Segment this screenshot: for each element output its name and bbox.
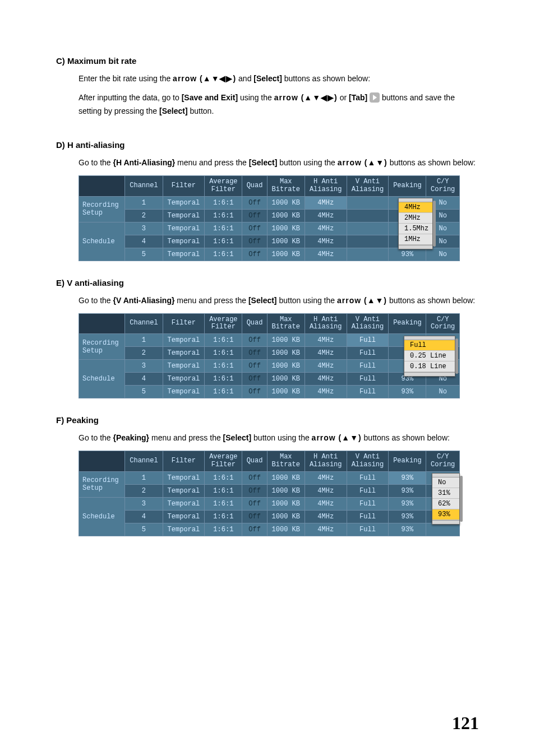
table-cell[interactable]: 5 <box>125 523 163 536</box>
scrollbar[interactable] <box>455 338 458 374</box>
table-cell[interactable]: 2 <box>125 347 163 360</box>
table-cell[interactable]: 4MHz <box>305 471 347 484</box>
table-cell[interactable]: No <box>426 386 460 398</box>
table-cell[interactable]: 3 <box>125 497 163 510</box>
table-cell[interactable]: 1:6:1 <box>205 360 242 373</box>
table-cell[interactable]: Temporal <box>163 523 205 536</box>
table-cell[interactable]: 4MHz <box>305 484 347 497</box>
table-cell[interactable]: Temporal <box>163 347 205 360</box>
sidebar-item-schedule[interactable]: Schedule <box>79 222 125 261</box>
table-cell[interactable]: Off <box>242 248 267 261</box>
scrollbar[interactable] <box>433 201 436 247</box>
table-cell[interactable]: 4 <box>125 235 163 248</box>
table-cell[interactable]: Off <box>242 510 267 523</box>
scrollbar[interactable] <box>460 476 463 522</box>
sidebar-item-recording-setup[interactable]: RecordingSetup <box>79 471 125 497</box>
table-cell[interactable]: 93% <box>389 386 426 398</box>
table-cell[interactable]: Temporal <box>163 209 205 222</box>
table-cell[interactable]: Temporal <box>163 334 205 347</box>
table-cell[interactable]: Full <box>347 484 389 497</box>
table-cell[interactable]: Full <box>347 471 389 484</box>
table-cell[interactable]: Temporal <box>163 497 205 510</box>
dropdown-option[interactable]: 1MHz <box>399 234 432 245</box>
table-cell[interactable] <box>426 523 460 536</box>
table-cell[interactable]: 1000 KB <box>267 334 305 347</box>
table-cell[interactable] <box>347 209 389 222</box>
table-cell[interactable]: 4MHz <box>305 523 347 536</box>
sidebar-item-schedule[interactable]: Schedule <box>79 360 125 398</box>
table-cell[interactable]: 4MHz <box>305 347 347 360</box>
table-cell[interactable]: Temporal <box>163 471 205 484</box>
table-cell[interactable] <box>347 222 389 235</box>
table-cell[interactable]: Off <box>242 360 267 373</box>
dropdown-option[interactable]: Full <box>404 340 455 351</box>
table-cell[interactable]: Full <box>347 347 389 360</box>
sidebar-item-recording-setup[interactable]: RecordingSetup <box>79 334 125 360</box>
table-cell[interactable]: 3 <box>125 222 163 235</box>
table-cell[interactable]: 1000 KB <box>267 222 305 235</box>
table-cell[interactable]: Full <box>347 510 389 523</box>
table-cell[interactable]: Off <box>242 523 267 536</box>
table-cell[interactable]: 1000 KB <box>267 471 305 484</box>
table-cell[interactable]: 4MHz <box>305 222 347 235</box>
table-cell[interactable]: 1 <box>125 471 163 484</box>
table-cell[interactable]: 1000 KB <box>267 523 305 536</box>
table-cell[interactable]: 1000 KB <box>267 360 305 373</box>
table-cell[interactable]: Full <box>347 360 389 373</box>
table-cell[interactable]: 93% <box>389 484 426 497</box>
table-cell[interactable]: 1000 KB <box>267 484 305 497</box>
table-cell[interactable]: Full <box>347 523 389 536</box>
table-cell[interactable]: 1 <box>125 196 163 209</box>
table-cell[interactable]: Off <box>242 484 267 497</box>
sidebar-item-recording-setup[interactable]: RecordingSetup <box>79 196 125 222</box>
table-cell[interactable]: 1000 KB <box>267 497 305 510</box>
table-cell[interactable]: 1000 KB <box>267 248 305 261</box>
table-cell[interactable]: Full <box>347 386 389 398</box>
table-cell[interactable]: 1000 KB <box>267 386 305 398</box>
table-cell[interactable]: Temporal <box>163 248 205 261</box>
table-cell[interactable]: 2 <box>125 209 163 222</box>
table-cell[interactable]: 1000 KB <box>267 373 305 386</box>
table-cell[interactable]: No <box>426 248 460 261</box>
table-cell[interactable]: 1:6:1 <box>205 386 242 398</box>
table-cell[interactable] <box>347 235 389 248</box>
table-cell[interactable]: 4MHz <box>305 510 347 523</box>
table-cell[interactable]: Temporal <box>163 484 205 497</box>
table-cell[interactable]: Temporal <box>163 235 205 248</box>
table-cell[interactable]: Full <box>347 497 389 510</box>
table-cell[interactable]: 1:6:1 <box>205 510 242 523</box>
table-cell[interactable]: 4 <box>125 510 163 523</box>
dropdown-menu[interactable]: Full0.25 Line0.18 Line <box>404 336 455 377</box>
table-cell[interactable]: Off <box>242 196 267 209</box>
table-cell[interactable]: Temporal <box>163 360 205 373</box>
table-cell[interactable]: 1:6:1 <box>205 248 242 261</box>
table-cell[interactable]: Full <box>347 334 389 347</box>
dropdown-option[interactable]: No <box>432 477 459 488</box>
table-cell[interactable]: Off <box>242 222 267 235</box>
table-cell[interactable]: 1:6:1 <box>205 523 242 536</box>
table-cell[interactable]: 1:6:1 <box>205 347 242 360</box>
table-cell[interactable]: Temporal <box>163 386 205 398</box>
table-cell[interactable]: Temporal <box>163 373 205 386</box>
table-cell[interactable]: 1:6:1 <box>205 497 242 510</box>
table-cell[interactable]: Off <box>242 334 267 347</box>
table-cell[interactable]: 4MHz <box>305 248 347 261</box>
dropdown-menu[interactable]: 4MHz2MHz1.5Mhz1MHz <box>398 198 433 249</box>
dropdown-option[interactable]: 1.5Mhz <box>399 224 432 234</box>
table-cell[interactable]: 93% <box>389 523 426 536</box>
dropdown-option[interactable]: 4MHz <box>399 202 432 213</box>
table-cell[interactable]: 4MHz <box>305 360 347 373</box>
dropdown-option[interactable]: 0.25 Line <box>404 351 455 361</box>
table-cell[interactable]: 4MHz <box>305 209 347 222</box>
sidebar-item-schedule[interactable]: Schedule <box>79 497 125 536</box>
table-cell[interactable]: 1:6:1 <box>205 471 242 484</box>
table-cell[interactable]: 1000 KB <box>267 510 305 523</box>
dropdown-option[interactable]: 31% <box>432 488 459 499</box>
table-cell[interactable]: 4 <box>125 373 163 386</box>
table-cell[interactable]: 93% <box>389 510 426 523</box>
table-cell[interactable]: 3 <box>125 360 163 373</box>
table-cell[interactable]: 1000 KB <box>267 235 305 248</box>
table-cell[interactable]: 4MHz <box>305 373 347 386</box>
table-cell[interactable] <box>347 196 389 209</box>
table-cell[interactable]: 1:6:1 <box>205 484 242 497</box>
